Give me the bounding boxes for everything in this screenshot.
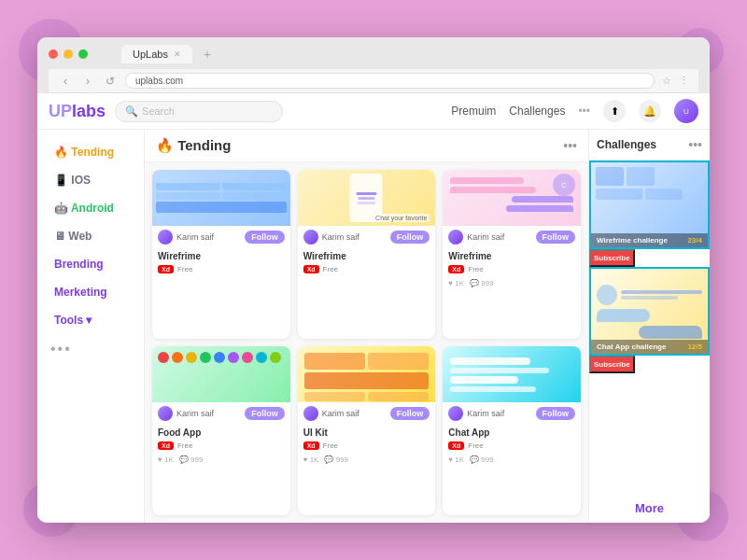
card-3-free: Free [468,265,483,273]
user-avatar[interactable]: U [674,99,698,123]
stat-comments: 💬 999 [470,279,494,287]
ch-bubbles-right [597,326,702,339]
stat-likes-4: ♥ 1K [158,455,174,464]
more-icon[interactable]: ⋮ [679,75,689,87]
sidebar-dots[interactable]: ••• [37,335,144,363]
nav-challenges[interactable]: Challenges [509,105,565,118]
ch-bubbles [597,309,702,322]
challenge-2-image: Chat App challenge 12/5 [589,267,710,356]
upload-button[interactable]: ⬆ [603,100,626,122]
card-4-avatar [158,406,173,421]
card-1-author: Karim saif [176,232,241,242]
card-6-free: Free [468,441,483,450]
header-more-dots[interactable]: ••• [578,105,590,118]
browser-tab[interactable]: UpLabs ✕ [121,45,192,63]
card-6-follow[interactable]: Follow [536,407,576,420]
stat-comments-5: 💬 999 [324,455,348,464]
card-1-free: Free [177,265,192,273]
card-5-avatar [303,406,318,421]
card-1-follow[interactable]: Follow [245,231,285,244]
tending-more-dots[interactable]: ••• [563,138,577,153]
card-5-author: Karim saif [322,409,387,418]
notifications-button[interactable]: 🔔 [639,100,661,122]
challenges-more-button[interactable]: More [589,494,710,523]
food-dot [172,352,183,363]
sidebar-item-merketing[interactable]: Merketing [41,279,140,305]
sidebar-item-android[interactable]: 🤖 Android [41,195,140,221]
sidebar-item-ios[interactable]: 📱 IOS [41,167,140,193]
tending-title: 🔥 Tending [156,137,231,154]
sidebar-item-brending[interactable]: Brending [41,251,140,277]
card-4-tags: Xd Free [152,440,290,454]
card-5-follow[interactable]: Follow [390,407,430,420]
wf-box [156,183,220,190]
tending-header: 🔥 Tending ••• [145,130,588,162]
card-6-author: Karim saif [467,409,531,418]
avatar-initials: U [684,107,689,116]
wireframe-1 [152,179,290,217]
header-nav: Premuim Challenges ••• ⬆ 🔔 U [451,99,698,123]
challenge-1-image: Wirefrime challenge 23/4 [589,161,710,249]
card-2-author: Karim saif [322,232,387,242]
brending-label: Brending [54,258,104,271]
new-tab-icon[interactable]: + [204,47,211,62]
wf-box [156,192,220,200]
card-3-author: Karim saif [467,232,531,242]
browser-chrome: UpLabs ✕ + ‹ › ↺ uplabs.com ☆ ⋮ [37,37,710,93]
challenge-1-subscribe[interactable]: Subscribe [589,249,635,267]
chat-item [450,357,530,365]
card-6-avatar [448,406,463,421]
nav-bar: ‹ › ↺ uplabs.com ☆ ⋮ [49,69,698,93]
main-area: 🔥 Tending ••• [145,130,588,523]
sidebar-item-web[interactable]: 🖥 Web [41,223,140,249]
ch-row [597,285,702,305]
search-placeholder: Search [142,105,175,117]
back-button[interactable]: ‹ [58,74,73,89]
tab-label: UpLabs [133,49,168,60]
app-body: 🔥 Tending 📱 IOS 🤖 Android 🖥 Web Brending [37,130,710,523]
ch-line [621,290,702,294]
food-dot [270,352,281,363]
minimize-dot[interactable] [63,49,73,59]
ios-label: 📱 IOS [54,174,91,187]
chat-item [450,368,548,373]
card-3-follow[interactable]: Follow [536,231,576,244]
card-2-meta: Karim saif Follow [298,226,436,248]
nav-premium[interactable]: Premuim [451,105,496,118]
ui-element [368,353,429,370]
chat-item [450,386,536,392]
stat-comments-4: 💬 999 [179,455,204,464]
ch-block [627,167,655,186]
chat-bubble-right [512,196,573,203]
challenge-card-2: Chat App challenge 12/5 Subscribe [589,267,710,373]
challenges-more-dots[interactable]: ••• [688,137,702,152]
food-dots-container [152,346,290,402]
phone-line [357,202,375,204]
ch-circle [597,285,617,305]
challenge-2-subscribe[interactable]: Subscribe [589,356,635,373]
challenge-1-count: 23/4 [687,236,702,245]
url-bar[interactable]: uplabs.com [125,73,655,89]
ui-element [368,392,429,401]
refresh-button[interactable]: ↺ [103,74,118,89]
challenges-title: Challenges [597,138,656,151]
card-4-follow[interactable]: Follow [245,407,285,420]
sidebar-item-tools[interactable]: Tools ▾ [41,307,140,333]
card-2-tag: Xd [303,265,319,273]
card-2-follow[interactable]: Follow [390,231,430,244]
sidebar-item-tending[interactable]: 🔥 Tending [41,139,140,165]
close-dot[interactable] [49,49,58,59]
bookmark-icon[interactable]: ☆ [662,75,671,87]
browser-window: UpLabs ✕ + ‹ › ↺ uplabs.com ☆ ⋮ UPlabs [37,37,710,523]
cards-grid: Karim saif Follow Wirefrime Xd Free [145,162,588,523]
forward-button[interactable]: › [80,74,95,89]
maximize-dot[interactable] [78,49,88,59]
card-5: Karim saif Follow UI Kit Xd Free ♥ 1K 💬 … [298,346,436,515]
ch-bubble-right [639,326,702,339]
ch-bubble [597,309,650,322]
ui-kit-grid [302,350,432,399]
card-1-tags: Xd Free [152,263,290,277]
tab-close-icon[interactable]: ✕ [174,49,181,59]
search-bar[interactable]: 🔍 Search [115,101,283,122]
card-6: Karim saif Follow Chat App Xd Free ♥ 1K … [443,346,581,515]
